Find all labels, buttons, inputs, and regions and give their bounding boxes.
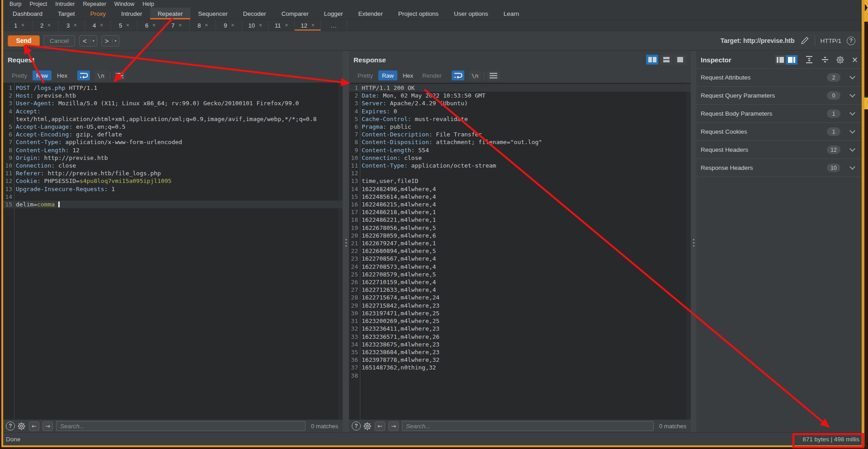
layout-rows-button[interactable]	[660, 55, 672, 65]
edge-scrollbar-thumb[interactable]	[864, 98, 868, 109]
main-tab-intruder[interactable]: Intruder	[113, 8, 150, 19]
main-tab-repeater[interactable]: Repeater	[150, 8, 191, 19]
send-button[interactable]: Send	[8, 35, 40, 47]
response-tab-render[interactable]: Render	[419, 70, 445, 80]
search-settings-icon[interactable]	[363, 422, 372, 430]
layout-single-button[interactable]	[674, 55, 686, 65]
expand-all-icon[interactable]	[805, 56, 813, 64]
editor-menu-button[interactable]	[113, 70, 126, 80]
repeater-tab-8[interactable]: 8×	[190, 20, 216, 31]
close-tab-icon[interactable]: ×	[311, 22, 315, 28]
cancel-button[interactable]: Cancel	[43, 35, 75, 47]
search-next-button[interactable]: →	[42, 421, 53, 431]
menu-help[interactable]: Help	[138, 1, 158, 7]
wrap-lines-button[interactable]	[77, 70, 90, 80]
close-tab-icon[interactable]: ×	[47, 22, 51, 28]
chevron-down-icon	[849, 74, 855, 80]
search-help-icon[interactable]: ?	[352, 421, 361, 430]
inspector-request-attributes[interactable]: Request Attributes2	[696, 69, 862, 87]
response-inspector-splitter[interactable]	[691, 51, 696, 432]
menu-window[interactable]: Window	[110, 1, 138, 7]
close-tab-icon[interactable]: ×	[74, 22, 77, 28]
inspector-request-body-parameters[interactable]: Request Body Parameters1	[696, 105, 862, 123]
back-split-button[interactable]: < ▾	[79, 35, 97, 47]
menu-burp[interactable]: Burp	[5, 1, 25, 7]
back-icon[interactable]: <	[80, 37, 90, 45]
response-tab-hex[interactable]: Hex	[399, 70, 417, 80]
repeater-tab-11[interactable]: 11×	[269, 20, 295, 31]
menu-repeater[interactable]: Repeater	[79, 1, 110, 7]
menu-project[interactable]: Project	[25, 1, 51, 7]
forward-icon[interactable]: >	[102, 37, 112, 45]
repeater-tab-7[interactable]: 7×	[164, 20, 190, 31]
forward-dropdown-icon[interactable]: ▾	[112, 39, 119, 43]
repeater-tab-1[interactable]: 1×	[6, 20, 33, 31]
request-response-splitter[interactable]	[343, 51, 349, 432]
response-tab-raw[interactable]: Raw	[378, 70, 397, 80]
dock-right-button[interactable]	[786, 55, 797, 65]
inspector-request-query-parameters[interactable]: Request Query Parameters0	[696, 87, 862, 105]
search-next-button[interactable]: →	[388, 421, 399, 431]
inspector-settings-icon[interactable]	[836, 56, 844, 64]
forward-split-button[interactable]: > ▾	[101, 35, 119, 47]
repeater-tab-3[interactable]: 3×	[59, 20, 85, 31]
wrap-lines-button[interactable]	[452, 70, 464, 80]
layout-columns-button[interactable]	[646, 55, 658, 65]
repeater-tab-5[interactable]: 5×	[111, 20, 137, 31]
response-tab-pretty[interactable]: Pretty	[354, 70, 377, 80]
collapse-all-icon[interactable]	[821, 56, 829, 64]
main-tab-dashboard[interactable]: Dashboard	[5, 8, 50, 19]
repeater-tab-10[interactable]: 10×	[242, 20, 269, 31]
search-prev-button[interactable]: ←	[29, 421, 39, 431]
close-tab-icon[interactable]: ×	[100, 22, 103, 28]
request-search-input[interactable]: Search...	[56, 421, 306, 431]
main-tab-learn[interactable]: Learn	[496, 8, 527, 19]
response-search-input[interactable]: Search...	[402, 421, 654, 431]
repeater-tab-4[interactable]: 4×	[85, 20, 111, 31]
response-editor[interactable]: 1HTTP/1.1 200 OK2Date: Mon, 02 May 2022 …	[349, 83, 691, 420]
search-help-icon[interactable]: ?	[6, 421, 15, 430]
show-newlines-button[interactable]: \n	[94, 70, 107, 80]
main-tab-comparer[interactable]: Comparer	[274, 8, 316, 19]
close-tab-icon[interactable]: ×	[152, 22, 156, 28]
repeater-tab-6[interactable]: 6×	[137, 20, 164, 31]
main-tab-project-options[interactable]: Project options	[391, 8, 446, 19]
repeater-tab-12[interactable]: 12×	[295, 20, 321, 31]
close-tab-icon[interactable]: ×	[126, 22, 129, 28]
request-tab-raw[interactable]: Raw	[33, 70, 52, 80]
edit-target-icon[interactable]	[800, 36, 809, 45]
close-tab-icon[interactable]: ×	[285, 22, 288, 28]
menu-intruder[interactable]: Intruder	[51, 1, 79, 7]
line-content: Host: previse.htb	[14, 92, 76, 99]
main-tab-extender[interactable]: Extender	[351, 8, 391, 19]
dock-left-button[interactable]	[775, 55, 786, 65]
main-tab-decoder[interactable]: Decoder	[235, 8, 274, 19]
close-tab-icon[interactable]: ×	[259, 22, 262, 28]
close-tab-icon[interactable]: ×	[21, 22, 24, 28]
repeater-tab-overflow[interactable]: ...	[321, 20, 347, 31]
inspector-close-icon[interactable]: ×	[852, 55, 858, 64]
main-tab-proxy[interactable]: Proxy	[83, 8, 114, 19]
http-version-toggle[interactable]: HTTP/1	[820, 37, 841, 44]
request-editor[interactable]: 1POST /logs.php HTTP/1.12Host: previse.h…	[3, 83, 343, 420]
inspector-request-headers[interactable]: Request Headers12	[696, 141, 862, 159]
main-tab-sequencer[interactable]: Sequencer	[190, 8, 235, 19]
repeater-tab-2[interactable]: 2×	[33, 20, 59, 31]
close-tab-icon[interactable]: ×	[205, 22, 208, 28]
search-prev-button[interactable]: ←	[375, 421, 385, 431]
main-tab-user-options[interactable]: User options	[446, 8, 496, 19]
search-settings-icon[interactable]	[17, 422, 26, 430]
close-tab-icon[interactable]: ×	[179, 22, 182, 28]
main-tab-target[interactable]: Target	[50, 8, 83, 19]
inspector-request-cookies[interactable]: Request Cookies1	[696, 123, 862, 141]
repeater-tab-9[interactable]: 9×	[216, 20, 242, 31]
show-newlines-button[interactable]: \n	[469, 70, 481, 80]
back-dropdown-icon[interactable]: ▾	[90, 39, 97, 43]
inspector-response-headers[interactable]: Response Headers10	[696, 159, 862, 177]
request-tab-hex[interactable]: Hex	[53, 70, 71, 80]
request-tab-pretty[interactable]: Pretty	[8, 70, 31, 80]
close-tab-icon[interactable]: ×	[231, 22, 234, 28]
editor-menu-button[interactable]	[487, 70, 500, 80]
main-tab-logger[interactable]: Logger	[316, 8, 351, 19]
help-icon[interactable]: ?	[847, 37, 855, 45]
